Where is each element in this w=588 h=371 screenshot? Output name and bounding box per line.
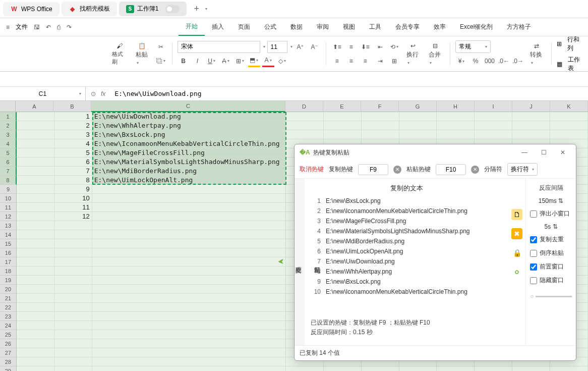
cell[interactable] xyxy=(17,276,54,285)
tab-template[interactable]: ◆ 找稻壳模板 xyxy=(62,2,117,16)
cell[interactable] xyxy=(17,212,54,221)
row-header[interactable]: 10 xyxy=(0,194,17,203)
worksheet-button[interactable]: ▦ 工作表 xyxy=(557,56,582,73)
orientation-icon[interactable]: ⟲▾ xyxy=(388,41,400,53)
cell[interactable] xyxy=(92,276,286,285)
redo-icon[interactable]: ↷ xyxy=(67,24,72,31)
cell[interactable] xyxy=(17,230,54,239)
separator-select[interactable]: 换行符▾ xyxy=(507,163,538,176)
cell[interactable] xyxy=(475,366,512,371)
cell[interactable] xyxy=(362,130,399,139)
align-middle-icon[interactable]: ≡ xyxy=(345,41,357,53)
menu-tab-0[interactable]: 开始 xyxy=(179,18,205,36)
cancel-icon[interactable]: ⊙ xyxy=(91,90,96,97)
list-item[interactable]: 1E:\new\BxsLock.png xyxy=(310,196,503,206)
cell[interactable] xyxy=(399,112,437,121)
strike-button[interactable]: A▾ xyxy=(220,55,232,67)
decrease-font-icon[interactable]: A⁻ xyxy=(309,41,321,53)
cell[interactable] xyxy=(54,321,92,330)
cell[interactable] xyxy=(92,194,286,203)
indent-left-icon[interactable]: ⇤ xyxy=(374,41,386,53)
cell[interactable] xyxy=(17,294,54,303)
font-name-select[interactable] xyxy=(178,41,260,53)
increase-font-icon[interactable]: A⁺ xyxy=(295,41,307,53)
menu-tab-6[interactable]: 视图 xyxy=(336,18,362,36)
row-header[interactable]: 15 xyxy=(0,239,17,248)
cell[interactable] xyxy=(362,121,399,130)
cell[interactable] xyxy=(92,330,286,339)
copy-icon[interactable]: ⿻▾ xyxy=(155,55,167,67)
cell[interactable] xyxy=(92,312,286,321)
cell[interactable] xyxy=(92,339,286,348)
copied-list[interactable]: 1E:\new\BxsLock.png2E:\new\IconamoonMenu… xyxy=(310,196,503,315)
add-tab-button[interactable]: + xyxy=(189,4,204,14)
list-item[interactable]: 8E:\new\WhhAlertpay.png xyxy=(310,267,503,277)
cell[interactable]: 12 xyxy=(54,212,92,221)
cell[interactable] xyxy=(17,157,54,167)
cell[interactable] xyxy=(17,248,54,257)
underline-button[interactable]: U▾ xyxy=(206,55,218,67)
row-header[interactable]: 25 xyxy=(0,330,17,339)
cell[interactable]: E:\new\WhhAlertpay.png xyxy=(92,121,286,130)
cell[interactable]: 11 xyxy=(54,203,92,212)
opacity-slider[interactable]: ○ xyxy=(530,293,572,300)
cell[interactable] xyxy=(399,130,437,139)
row-header[interactable]: 7 xyxy=(0,167,17,176)
cell[interactable] xyxy=(17,185,54,194)
hamburger-icon[interactable]: ≡ xyxy=(6,24,10,31)
row-header[interactable]: 17 xyxy=(0,257,17,267)
file-menu[interactable]: 文件 xyxy=(16,23,28,31)
cell[interactable] xyxy=(286,366,324,371)
row-header[interactable]: 2 xyxy=(0,121,17,130)
row-header[interactable]: 29 xyxy=(0,366,17,371)
col-header-C[interactable]: C xyxy=(91,101,285,112)
col-header-K[interactable]: K xyxy=(550,101,588,112)
cell[interactable]: E:\new\MdiBorderRadius.png xyxy=(92,167,286,176)
cut-icon[interactable]: ✂ xyxy=(155,41,167,53)
cell[interactable] xyxy=(17,112,54,121)
cell[interactable]: 9 xyxy=(54,185,92,194)
cell[interactable] xyxy=(17,221,54,230)
row-header[interactable]: 27 xyxy=(0,348,17,357)
fill-color-button[interactable]: ⬒▾ xyxy=(248,55,260,67)
front-checkbox[interactable]: 前置窗口 xyxy=(530,262,572,271)
border-button[interactable]: ⊞▾ xyxy=(234,55,246,67)
maximize-button[interactable]: ☐ xyxy=(536,146,552,158)
row-header[interactable]: 14 xyxy=(0,230,17,239)
cell[interactable]: 2 xyxy=(54,121,92,130)
row-header[interactable]: 5 xyxy=(0,148,17,157)
currency-icon[interactable]: ¥▾ xyxy=(455,55,467,67)
cell[interactable] xyxy=(54,239,92,248)
cell[interactable] xyxy=(17,285,54,294)
cell[interactable] xyxy=(92,239,286,248)
cell[interactable] xyxy=(17,203,54,212)
list-item[interactable]: 5E:\new\MdiBorderRadius.png xyxy=(310,236,503,246)
cell[interactable] xyxy=(437,130,475,139)
tab-toggle[interactable] xyxy=(165,5,180,13)
cell[interactable] xyxy=(437,112,475,121)
cell[interactable] xyxy=(17,167,54,176)
cell[interactable] xyxy=(54,303,92,312)
cell[interactable]: 8 xyxy=(54,176,92,185)
cell[interactable] xyxy=(512,121,550,130)
cancel-hotkey-button[interactable]: 取消热键 xyxy=(300,165,324,174)
align-left-icon[interactable]: ≡ xyxy=(331,55,343,67)
cell[interactable] xyxy=(399,366,437,371)
cell[interactable] xyxy=(512,366,550,371)
convert-button[interactable]: ⇄ 转换▾ xyxy=(527,40,546,67)
clear-paste-icon[interactable]: ✕ xyxy=(471,166,479,174)
dedupe-checkbox[interactable]: 复制去重 xyxy=(530,235,572,244)
cell[interactable] xyxy=(550,366,588,371)
cell[interactable]: E:\new\UimLockOpenAlt.png xyxy=(92,176,286,185)
row-header[interactable]: 23 xyxy=(0,312,17,321)
cell[interactable] xyxy=(17,121,54,130)
row-header[interactable]: 3 xyxy=(0,130,17,139)
cell[interactable] xyxy=(54,276,92,285)
clear-copy-icon[interactable]: ✕ xyxy=(393,166,401,174)
lock-icon[interactable]: 🔒 xyxy=(511,247,522,258)
merge-button[interactable]: ⊟ 合并▾ xyxy=(426,40,445,67)
cell[interactable]: 4 xyxy=(54,139,92,148)
close-button[interactable]: ✕ xyxy=(555,146,571,158)
distribute-icon[interactable]: ⊞ xyxy=(388,55,400,67)
cell[interactable] xyxy=(92,267,286,276)
